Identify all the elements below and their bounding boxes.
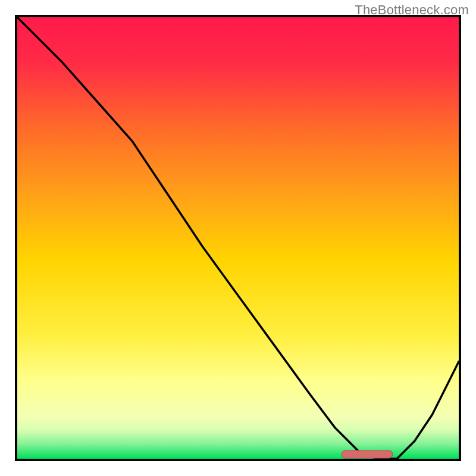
gradient-background [17, 17, 459, 459]
optimal-range-bar [342, 450, 393, 458]
watermark-text: TheBottleneck.com [355, 2, 469, 18]
chart-stage: TheBottleneck.com [0, 0, 476, 476]
chart-svg [0, 0, 476, 476]
